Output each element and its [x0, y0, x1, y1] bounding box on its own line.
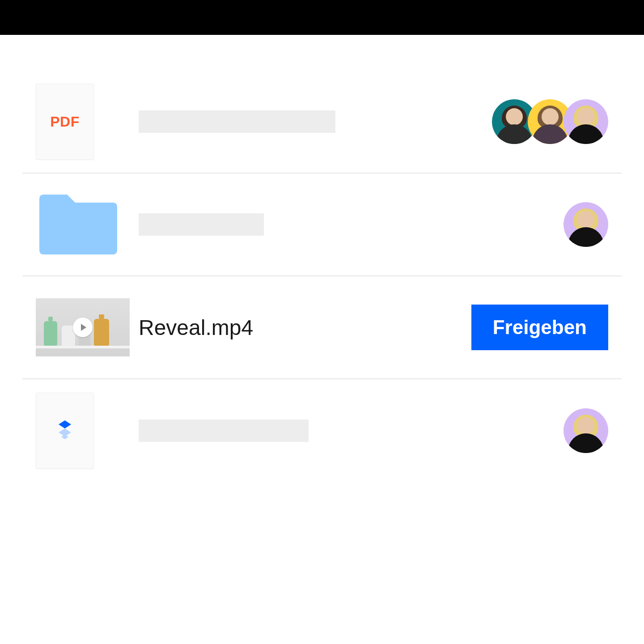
avatar-stack[interactable]: [492, 99, 608, 144]
file-list-container: PDF: [0, 35, 644, 482]
avatar-stack[interactable]: [564, 202, 608, 247]
top-black-bar: [0, 0, 644, 35]
file-row[interactable]: [22, 174, 622, 276]
file-row[interactable]: PDF: [22, 71, 622, 174]
dropbox-file-icon: [36, 393, 94, 469]
avatar[interactable]: [564, 408, 608, 453]
filename-placeholder: [139, 110, 335, 133]
filename-placeholder: [139, 213, 264, 236]
video-thumbnail-icon: [36, 298, 130, 356]
filename-placeholder: [139, 419, 309, 442]
pdf-file-icon: PDF: [36, 84, 94, 160]
file-row[interactable]: Reveal.mp4 Freigeben: [22, 276, 622, 379]
svg-marker-0: [59, 420, 71, 428]
avatar[interactable]: [564, 99, 608, 144]
pdf-label: PDF: [50, 114, 80, 130]
folder-icon: [36, 191, 121, 258]
file-name: Reveal.mp4: [139, 315, 253, 340]
play-icon: [73, 318, 93, 337]
avatar[interactable]: [564, 202, 608, 247]
avatar-stack[interactable]: [564, 408, 608, 453]
svg-marker-2: [61, 435, 68, 439]
share-button[interactable]: Freigeben: [471, 305, 608, 350]
file-row[interactable]: [22, 379, 622, 482]
